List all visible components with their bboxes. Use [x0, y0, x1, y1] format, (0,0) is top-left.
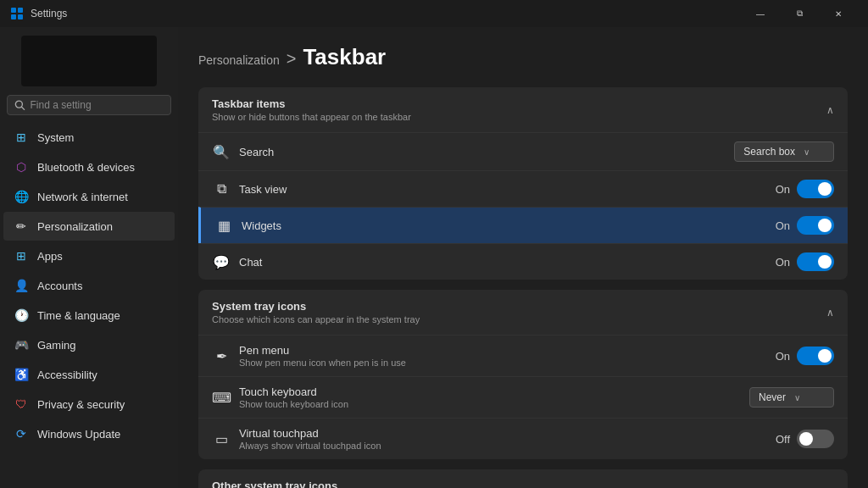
svg-rect-0: [11, 8, 16, 13]
sublabel-touch-keyboard: Show touch keyboard icon: [239, 399, 348, 409]
search-input[interactable]: [31, 99, 164, 111]
app-icon: [10, 7, 24, 20]
setting-icon-taskview: ⧉: [212, 180, 231, 198]
sidebar: ⊞ System ⬡ Bluetooth & devices 🌐 Network…: [0, 27, 178, 488]
toggle-thumb-virtual-touchpad: [799, 432, 813, 446]
personalization-icon: ✏: [14, 219, 29, 234]
section-desc-taskbar-items: Show or hide buttons that appear on the …: [212, 112, 411, 122]
dropdown-arrow-touch-keyboard: ∨: [794, 393, 800, 402]
section-chevron-taskbar-items: ∧: [826, 104, 834, 116]
section-other-tray-icons: Other system tray icons Show or hide add…: [198, 469, 848, 488]
toggle-label-virtual-touchpad: Off: [776, 433, 790, 446]
minimize-button[interactable]: —: [741, 0, 780, 27]
search-icon: [14, 99, 25, 111]
sidebar-label-update: Windows Update: [37, 428, 120, 441]
dropdown-search[interactable]: Search box ∨: [734, 141, 834, 162]
setting-icon-virtual-touchpad: ▭: [212, 430, 231, 448]
sidebar-search[interactable]: [7, 95, 171, 115]
dropdown-value-touch-keyboard: Never: [759, 391, 786, 403]
toggle-chat[interactable]: [797, 252, 834, 271]
setting-left-taskview: ⧉ Task view: [212, 180, 287, 198]
setting-row-pen-menu: ✒ Pen menu Show pen menu icon when pen i…: [198, 335, 848, 376]
toggle-thumb-taskview: [818, 182, 832, 196]
setting-label-virtual-touchpad: Virtual touchpad: [239, 427, 381, 440]
sidebar-label-bluetooth: Bluetooth & devices: [37, 161, 135, 174]
setting-left-touch-keyboard: ⌨ Touch keyboard Show touch keyboard ico…: [212, 385, 348, 409]
title-bar: Settings — ⧉ ✕: [0, 0, 868, 27]
close-button[interactable]: ✕: [819, 0, 858, 27]
dropdown-touch-keyboard[interactable]: Never ∨: [749, 387, 834, 408]
sidebar-item-gaming[interactable]: 🎮 Gaming: [3, 330, 175, 359]
setting-label-chat: Chat: [239, 256, 262, 269]
setting-left-widgets: ▦ Widgets: [214, 216, 281, 235]
sidebar-item-accounts[interactable]: 👤 Accounts: [3, 271, 175, 300]
page-header: Personalization > Taskbar: [198, 44, 848, 70]
section-title-system-tray-icons: System tray icons: [212, 300, 420, 313]
app-body: ⊞ System ⬡ Bluetooth & devices 🌐 Network…: [0, 27, 868, 488]
section-taskbar-items: Taskbar items Show or hide buttons that …: [198, 87, 848, 280]
accessibility-icon: ♿: [14, 367, 29, 382]
section-header-other-tray-icons[interactable]: Other system tray icons Show or hide add…: [198, 469, 848, 488]
setting-label-widgets: Widgets: [242, 219, 281, 232]
svg-rect-3: [18, 14, 23, 19]
toggle-label-pen-menu: On: [776, 350, 790, 363]
setting-icon-search: 🔍: [212, 142, 231, 161]
toggle-label-taskview: On: [776, 183, 790, 196]
svg-rect-2: [11, 14, 16, 19]
sidebar-item-privacy[interactable]: 🛡 Privacy & security: [3, 390, 175, 419]
sublabel-pen-menu: Show pen menu icon when pen is in use: [239, 358, 406, 368]
sidebar-label-apps: Apps: [37, 250, 63, 263]
setting-row-virtual-touchpad: ▭ Virtual touchpad Always show virtual t…: [198, 418, 848, 459]
setting-right-taskview: On: [776, 180, 834, 198]
sidebar-label-network: Network & internet: [37, 191, 128, 203]
sidebar-item-system[interactable]: ⊞ System: [3, 123, 175, 152]
toggle-taskview[interactable]: [797, 180, 834, 198]
system-icon: ⊞: [14, 130, 29, 145]
sidebar-nav: ⊞ System ⬡ Bluetooth & devices 🌐 Network…: [0, 122, 178, 488]
toggle-label-chat: On: [776, 256, 790, 269]
toggle-label-widgets: On: [776, 219, 790, 232]
avatar: [21, 36, 157, 86]
sidebar-item-network[interactable]: 🌐 Network & internet: [3, 182, 175, 211]
update-icon: ⟳: [14, 426, 29, 441]
setting-row-taskview: ⧉ Task view On: [198, 170, 848, 207]
content-area: Personalization > Taskbar Taskbar items …: [178, 27, 868, 488]
sidebar-item-bluetooth[interactable]: ⬡ Bluetooth & devices: [3, 152, 175, 181]
section-header-taskbar-items[interactable]: Taskbar items Show or hide buttons that …: [198, 87, 848, 132]
toggle-thumb-pen-menu: [818, 349, 832, 363]
sidebar-item-personalization[interactable]: ✏ Personalization: [3, 212, 175, 241]
title-bar-left: Settings: [10, 7, 67, 20]
setting-row-touch-keyboard: ⌨ Touch keyboard Show touch keyboard ico…: [198, 376, 848, 418]
maximize-button[interactable]: ⧉: [780, 0, 819, 27]
toggle-pen-menu[interactable]: [797, 347, 834, 365]
section-title-taskbar-items: Taskbar items: [212, 97, 411, 110]
section-title-other-tray-icons: Other system tray icons: [212, 480, 383, 488]
svg-rect-1: [18, 8, 23, 13]
setting-right-pen-menu: On: [776, 347, 834, 365]
section-chevron-system-tray-icons: ∧: [826, 307, 834, 319]
setting-right-touch-keyboard: Never ∨: [749, 387, 834, 408]
toggle-widgets[interactable]: [797, 216, 834, 235]
privacy-icon: 🛡: [14, 396, 29, 412]
section-desc-system-tray-icons: Choose which icons can appear in the sys…: [212, 314, 420, 324]
toggle-virtual-touchpad[interactable]: [797, 430, 834, 448]
sidebar-item-apps[interactable]: ⊞ Apps: [3, 241, 175, 270]
sidebar-label-time: Time & language: [37, 309, 120, 322]
sidebar-label-personalization: Personalization: [37, 220, 113, 233]
dropdown-value-search: Search box: [743, 146, 795, 158]
setting-left-search: 🔍 Search: [212, 142, 274, 161]
section-system-tray-icons: System tray icons Choose which icons can…: [198, 290, 848, 459]
setting-icon-pen-menu: ✒: [212, 347, 231, 365]
sidebar-item-time[interactable]: 🕐 Time & language: [3, 301, 175, 330]
page-separator: >: [287, 49, 297, 69]
sidebar-item-accessibility[interactable]: ♿ Accessibility: [3, 360, 175, 389]
bluetooth-icon: ⬡: [14, 159, 29, 175]
page-parent: Personalization: [198, 53, 280, 67]
section-header-system-tray-icons[interactable]: System tray icons Choose which icons can…: [198, 290, 848, 335]
sections-container: Taskbar items Show or hide buttons that …: [198, 87, 848, 488]
sidebar-item-update[interactable]: ⟳ Windows Update: [3, 419, 175, 448]
title-bar-label: Settings: [31, 8, 67, 19]
sidebar-label-accounts: Accounts: [37, 280, 82, 292]
setting-left-virtual-touchpad: ▭ Virtual touchpad Always show virtual t…: [212, 427, 381, 451]
setting-row-widgets: ▦ Widgets On: [198, 207, 848, 243]
